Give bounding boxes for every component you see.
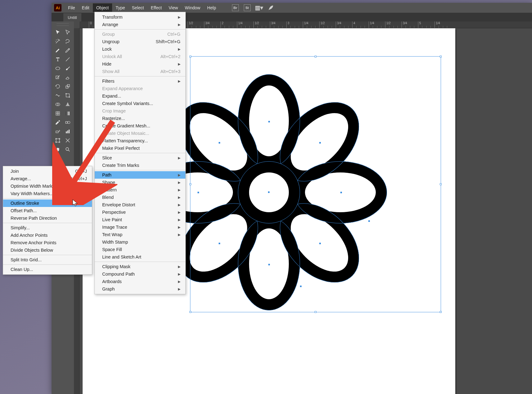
object-menu-item[interactable]: Shape▶ bbox=[95, 179, 185, 186]
object-menu-item[interactable]: Path▶ bbox=[95, 171, 185, 179]
feather-icon[interactable] bbox=[267, 4, 274, 11]
free-transform-tool-icon[interactable] bbox=[63, 91, 73, 100]
object-menu-item[interactable]: Compound Path▶ bbox=[95, 270, 185, 278]
slice-tool-icon[interactable] bbox=[63, 136, 73, 145]
pen-tool-icon[interactable] bbox=[53, 46, 63, 55]
object-menu-item[interactable]: Line and Sketch Art bbox=[95, 253, 185, 261]
svg-rect-3 bbox=[66, 86, 68, 88]
object-menu-item[interactable]: Image Trace▶ bbox=[95, 223, 185, 231]
object-menu-item[interactable]: Hide▶ bbox=[95, 60, 185, 68]
bridge-icon[interactable]: Br bbox=[232, 4, 239, 11]
tool-placeholder-icon[interactable] bbox=[63, 154, 73, 163]
blend-tool-icon[interactable] bbox=[63, 118, 73, 127]
object-menu-item[interactable]: Expand... bbox=[95, 92, 185, 100]
width-tool-icon[interactable] bbox=[53, 91, 63, 100]
symbol-sprayer-tool-icon[interactable] bbox=[53, 127, 63, 136]
paintbrush-tool-icon[interactable] bbox=[63, 64, 73, 73]
path-menu-item[interactable]: Vary Width Markers... bbox=[3, 190, 92, 197]
ruler-tick: 5 bbox=[418, 21, 421, 28]
shaper-tool-icon[interactable] bbox=[53, 73, 63, 82]
menu-view[interactable]: View bbox=[165, 3, 181, 12]
path-menu-item[interactable]: Divide Objects Below bbox=[3, 246, 92, 254]
object-menu-item[interactable]: Space Fill bbox=[95, 246, 185, 253]
ellipse-tool-icon[interactable] bbox=[53, 64, 63, 73]
object-menu-item[interactable]: Transform▶ bbox=[95, 13, 185, 21]
column-graph-tool-icon[interactable] bbox=[63, 127, 73, 136]
path-menu-item[interactable]: Clean Up... bbox=[3, 266, 92, 273]
menu-effect[interactable]: Effect bbox=[147, 3, 165, 12]
object-menu-item[interactable]: Perspective▶ bbox=[95, 208, 185, 216]
menu-help[interactable]: Help bbox=[204, 3, 220, 12]
path-menu-item[interactable]: Reverse Path Direction bbox=[3, 214, 92, 222]
object-menu-item[interactable]: Clipping Mask▶ bbox=[95, 263, 185, 270]
object-menu-item[interactable]: Width Stamp bbox=[95, 238, 185, 246]
menu-type[interactable]: Type bbox=[112, 3, 128, 12]
tool-panel-grip[interactable] bbox=[57, 23, 69, 26]
mesh-tool-icon[interactable] bbox=[53, 109, 63, 118]
perspective-grid-tool-icon[interactable] bbox=[63, 100, 73, 109]
path-menu-item[interactable]: Remove Anchor Points bbox=[3, 239, 92, 246]
magic-wand-tool-icon[interactable] bbox=[53, 37, 63, 46]
object-menu-item[interactable]: Arrange▶ bbox=[95, 21, 185, 28]
menu-file[interactable]: File bbox=[65, 3, 79, 12]
eyedropper-tool-icon[interactable] bbox=[53, 118, 63, 127]
svg-point-15 bbox=[68, 121, 70, 124]
svg-rect-2 bbox=[56, 76, 59, 79]
path-menu-item[interactable]: Optimise Width Markers bbox=[3, 182, 92, 190]
object-menu-item[interactable]: Text Wrap▶ bbox=[95, 231, 185, 238]
menu-edit[interactable]: Edit bbox=[79, 3, 93, 12]
menu-window[interactable]: Window bbox=[181, 3, 204, 12]
fill-stroke-swap-icon[interactable] bbox=[53, 154, 63, 163]
ruler-tick: 2 bbox=[221, 21, 224, 28]
object-menu-item[interactable]: Slice▶ bbox=[95, 154, 185, 162]
object-menu-item[interactable]: Filters▶ bbox=[95, 77, 185, 85]
path-menu-item[interactable]: Average...Alt+Ctrl+J bbox=[3, 175, 92, 182]
hand-tool-icon[interactable] bbox=[53, 145, 63, 154]
path-menu-item[interactable]: Add Anchor Points bbox=[3, 231, 92, 239]
rotate-tool-icon[interactable] bbox=[53, 82, 63, 91]
shape-builder-tool-icon[interactable] bbox=[53, 100, 63, 109]
object-menu-item[interactable]: Envelope Distort▶ bbox=[95, 201, 185, 208]
svg-rect-18 bbox=[67, 131, 68, 133]
path-menu-item[interactable]: Simplify... bbox=[3, 224, 92, 231]
type-tool-icon[interactable] bbox=[53, 55, 63, 64]
svg-rect-20 bbox=[56, 139, 60, 142]
curvature-tool-icon[interactable] bbox=[63, 46, 73, 55]
selection-bounding-box[interactable] bbox=[190, 56, 441, 312]
object-menu-item[interactable]: Artboards▶ bbox=[95, 278, 185, 285]
document-tab[interactable]: Untitl bbox=[63, 13, 81, 21]
menu-select[interactable]: Select bbox=[129, 3, 148, 12]
object-menu-item[interactable]: Live Paint▶ bbox=[95, 216, 185, 223]
gradient-tool-icon[interactable] bbox=[63, 109, 73, 118]
path-menu-item[interactable]: Split Into Grid... bbox=[3, 256, 92, 263]
eraser-tool-icon[interactable] bbox=[63, 73, 73, 82]
object-menu-item[interactable]: UngroupShift+Ctrl+G bbox=[95, 38, 185, 45]
object-menu-item[interactable]: Create Gradient Mesh... bbox=[95, 122, 185, 130]
object-menu-item[interactable]: Pattern▶ bbox=[95, 186, 185, 194]
artboard-tool-icon[interactable] bbox=[53, 136, 63, 145]
object-menu-item[interactable]: Graph▶ bbox=[95, 285, 185, 293]
object-menu-item-label: Rasterize... bbox=[102, 115, 125, 121]
arrange-docs-icon[interactable]: ▥▾ bbox=[256, 4, 262, 11]
menu-object[interactable]: Object bbox=[93, 3, 112, 12]
scale-tool-icon[interactable] bbox=[63, 82, 73, 91]
stock-icon[interactable]: St bbox=[244, 4, 251, 11]
path-menu-item[interactable]: JoinCtrl+J bbox=[3, 167, 92, 175]
path-menu-item[interactable]: Outline Stroke bbox=[3, 199, 92, 207]
path-menu-item-label: Remove Anchor Points bbox=[11, 240, 57, 246]
line-tool-icon[interactable] bbox=[63, 55, 73, 64]
direct-selection-tool-icon[interactable] bbox=[63, 28, 73, 37]
zoom-tool-icon[interactable] bbox=[63, 145, 73, 154]
svg-rect-22 bbox=[56, 157, 59, 159]
object-menu-item[interactable]: Blend▶ bbox=[95, 194, 185, 201]
object-menu-item[interactable]: Flatten Transparency... bbox=[95, 137, 185, 144]
object-menu-item[interactable]: Rasterize... bbox=[95, 115, 185, 122]
object-menu-item[interactable]: Lock▶ bbox=[95, 45, 185, 53]
object-menu-item[interactable]: Make Pixel Perfect bbox=[95, 144, 185, 152]
object-menu-item[interactable]: Create Trim Marks bbox=[95, 162, 185, 169]
lasso-tool-icon[interactable] bbox=[63, 37, 73, 46]
object-menu-item[interactable]: Create Symbol Variants... bbox=[95, 100, 185, 107]
selection-tool-icon[interactable] bbox=[53, 28, 63, 37]
submenu-arrow-icon: ▶ bbox=[178, 286, 180, 292]
path-menu-item[interactable]: Offset Path... bbox=[3, 207, 92, 214]
